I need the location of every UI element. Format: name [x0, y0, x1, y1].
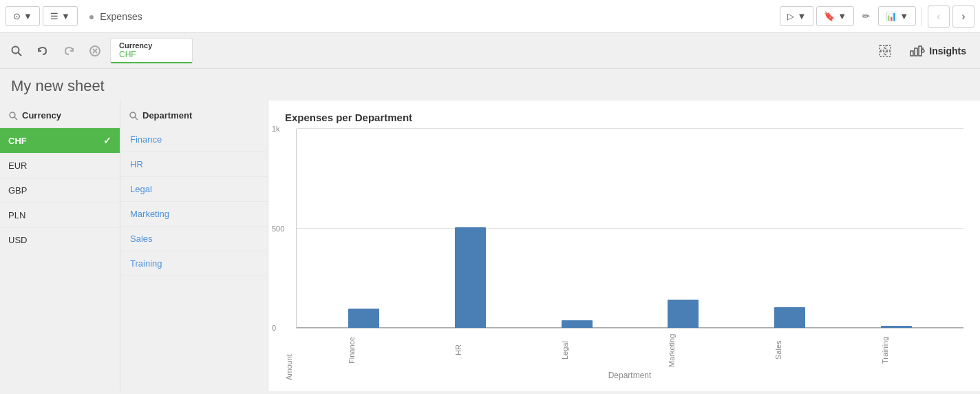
bar-group: [881, 326, 912, 328]
toolbar-left: ⊙ ▼ ☰ ▼ ● Expenses: [6, 6, 151, 26]
bar[interactable]: [455, 227, 486, 328]
pencil-icon: ✏: [862, 11, 870, 21]
x-axis-label: Finance: [348, 331, 379, 369]
filter-toolbar-left: Currency CHF: [6, 38, 193, 63]
present-dropdown-icon: ▼: [797, 11, 806, 21]
dept-list-item[interactable]: Marketing: [120, 202, 268, 227]
bar-group: [562, 320, 593, 328]
currency-filter-label: Currency: [119, 41, 184, 50]
x-axis-label: Legal: [561, 331, 592, 369]
bar-group: [348, 309, 379, 328]
bar-group: [668, 300, 699, 328]
currency-list: CHF✓EURGBPPLNUSD: [0, 127, 120, 252]
list-icon: ☰: [50, 11, 58, 21]
currency-panel: Currency CHF✓EURGBPPLNUSD: [0, 101, 120, 391]
svg-rect-5: [880, 45, 884, 50]
x-axis-label: Training: [881, 331, 912, 369]
selection-icon: [878, 44, 892, 58]
compass-icon: ⊙: [13, 11, 21, 21]
dept-list-item[interactable]: Finance: [120, 127, 268, 152]
insights-label: Insights: [929, 45, 966, 56]
x-axis-label: Marketing: [668, 331, 699, 369]
svg-rect-8: [886, 52, 891, 56]
dept-list-item[interactable]: Sales: [120, 227, 268, 251]
undo-button[interactable]: [32, 40, 54, 62]
present-icon: ▷: [787, 11, 794, 21]
chart-icon: 📊: [886, 11, 897, 21]
department-panel-header: Department: [120, 106, 268, 127]
dept-list-item[interactable]: HR: [120, 152, 268, 177]
app-title-area: ● Expenses: [81, 11, 151, 22]
clear-icon: [89, 45, 101, 57]
top-toolbar: ⊙ ▼ ☰ ▼ ● Expenses ▷ ▼ 🔖 ▼ ✏ 📊 ▼ ‹ ›: [0, 0, 980, 33]
currency-search-icon: [8, 111, 18, 121]
clear-filter-button[interactable]: [84, 40, 106, 62]
y-axis-label: Amount: [285, 129, 293, 380]
svg-point-12: [922, 50, 924, 52]
redo-button[interactable]: [58, 40, 80, 62]
list-view-button[interactable]: ☰ ▼: [43, 6, 78, 26]
insights-button[interactable]: Insights: [902, 41, 974, 61]
svg-point-16: [130, 112, 136, 118]
search-icon: [10, 45, 23, 57]
selection-mode-button[interactable]: [874, 40, 896, 62]
toolbar-divider: [922, 7, 922, 26]
grid-label: 500: [272, 225, 284, 233]
grid-label: 0: [272, 324, 276, 332]
svg-rect-6: [886, 45, 891, 50]
currency-panel-header: Currency: [0, 106, 120, 127]
svg-rect-7: [880, 52, 884, 56]
dept-search-icon: [129, 111, 138, 121]
x-axis-label: HR: [454, 331, 485, 369]
bar[interactable]: [562, 320, 593, 328]
department-panel: Department FinanceHRLegalMarketingSalesT…: [120, 101, 268, 391]
chart-plot-area: 1k5000 FinanceHRLegalMarketingSalesTrain…: [296, 129, 963, 380]
currency-list-item[interactable]: PLN: [0, 203, 120, 227]
edit-button[interactable]: ✏: [857, 7, 875, 25]
x-axis-title: Department: [296, 371, 963, 380]
present-button[interactable]: ▷ ▼: [780, 6, 813, 26]
chart-panel: Expenses per Department Amount 1k5000 Fi…: [268, 101, 980, 391]
currency-list-item[interactable]: CHF✓: [0, 127, 120, 153]
toolbar-right: ▷ ▼ 🔖 ▼ ✏ 📊 ▼ ‹ ›: [780, 6, 974, 28]
currency-filter-chip[interactable]: Currency CHF: [110, 38, 193, 63]
currency-list-item[interactable]: GBP: [0, 178, 120, 203]
bar-group: [455, 227, 486, 328]
nav-dropdown-icon: ▼: [23, 11, 32, 21]
bookmark-button[interactable]: 🔖 ▼: [816, 6, 854, 26]
bars-container: [297, 129, 963, 328]
insights-icon: [910, 45, 925, 56]
bar[interactable]: [774, 307, 805, 328]
grid-label: 1k: [272, 125, 280, 133]
filter-toolbar-right: Insights: [874, 40, 974, 62]
currency-list-item[interactable]: EUR: [0, 153, 120, 178]
search-filter-button[interactable]: [6, 40, 28, 62]
bar[interactable]: [881, 326, 912, 328]
bar[interactable]: [348, 309, 379, 328]
check-icon: ✓: [103, 135, 111, 146]
chart-axes-wrapper: Amount 1k5000 FinanceHRLegalMarketingSal…: [285, 129, 963, 380]
chart-title: Expenses per Department: [285, 112, 963, 123]
svg-rect-9: [910, 51, 913, 56]
chart-type-button[interactable]: 📊 ▼: [878, 6, 916, 26]
filter-toolbar: Currency CHF Insights: [0, 33, 980, 69]
bookmark-icon: 🔖: [824, 11, 835, 21]
next-sheet-button[interactable]: ›: [952, 6, 974, 28]
svg-line-1: [19, 52, 22, 56]
sheet-title-bar: My new sheet: [0, 69, 980, 101]
prev-sheet-button[interactable]: ‹: [928, 6, 950, 28]
svg-point-14: [10, 112, 15, 118]
currency-list-item[interactable]: USD: [0, 227, 120, 252]
chart-dropdown-icon: ▼: [899, 11, 908, 21]
svg-line-17: [135, 117, 138, 120]
bar-group: [774, 307, 805, 328]
svg-line-15: [14, 117, 17, 120]
main-content: Currency CHF✓EURGBPPLNUSD Department Fin…: [0, 101, 980, 391]
dept-list-item[interactable]: Legal: [120, 177, 268, 202]
list-dropdown-icon: ▼: [61, 11, 70, 21]
nav-home-button[interactable]: ⊙ ▼: [6, 6, 40, 26]
x-axis-labels: FinanceHRLegalMarketingSalesTraining: [296, 331, 963, 369]
dept-list-item[interactable]: Training: [120, 251, 268, 276]
sheet-title: My new sheet: [11, 77, 969, 95]
bar[interactable]: [668, 300, 699, 328]
